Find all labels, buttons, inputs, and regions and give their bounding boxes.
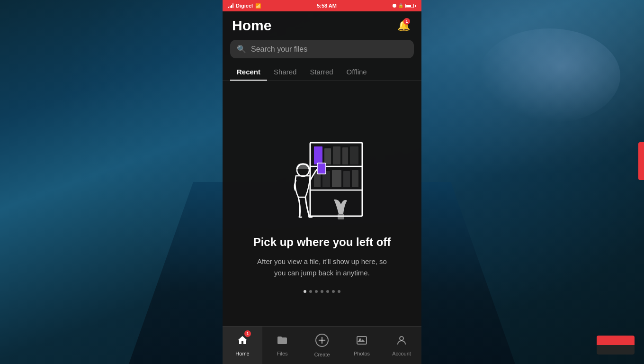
bottom-navigation: 1 Home Files bbox=[223, 326, 421, 364]
photo-icon bbox=[356, 335, 367, 349]
battery-tip bbox=[415, 5, 416, 7]
nav-files[interactable]: Files bbox=[262, 327, 302, 364]
status-bar: Digicel 📶 5:58 AM 🔒 bbox=[223, 0, 421, 11]
pagination-dots bbox=[304, 290, 340, 293]
battery-body bbox=[405, 4, 414, 8]
wifi-icon: 📶 bbox=[255, 3, 261, 9]
account-icon bbox=[396, 335, 407, 349]
search-placeholder: Search your files bbox=[251, 45, 307, 54]
account-nav-label: Account bbox=[392, 351, 411, 356]
tab-offline[interactable]: Offline bbox=[340, 64, 374, 81]
app-header: Home 🔔 1 bbox=[223, 11, 421, 38]
notification-button[interactable]: 🔔 1 bbox=[395, 17, 412, 34]
tab-recent[interactable]: Recent bbox=[230, 64, 267, 81]
svg-rect-15 bbox=[338, 214, 344, 219]
lock-icon: 🔒 bbox=[398, 3, 403, 8]
svg-rect-5 bbox=[333, 146, 340, 164]
status-time: 5:58 AM bbox=[317, 3, 337, 9]
tab-shared[interactable]: Shared bbox=[267, 64, 303, 81]
files-nav-label: Files bbox=[277, 351, 287, 356]
empty-state-title: Pick up where you left off bbox=[253, 235, 391, 249]
svg-rect-4 bbox=[324, 148, 331, 164]
nav-home[interactable]: 1 Home bbox=[223, 327, 262, 364]
create-nav-label: Create bbox=[314, 352, 330, 357]
svg-point-21 bbox=[400, 337, 403, 340]
app-content: Home 🔔 1 🔍 Search your files Recent Shar… bbox=[223, 11, 421, 364]
create-icon bbox=[315, 334, 329, 350]
bottom-right-bottom bbox=[597, 345, 635, 355]
page-title: Home bbox=[232, 18, 271, 34]
svg-rect-14 bbox=[317, 163, 326, 174]
svg-rect-7 bbox=[350, 146, 358, 164]
dot-1 bbox=[304, 290, 306, 293]
dot-5 bbox=[326, 290, 329, 293]
status-right: 🔒 bbox=[393, 3, 416, 8]
search-icon: 🔍 bbox=[237, 45, 246, 54]
bottom-right-element bbox=[597, 336, 635, 355]
bottom-right-top bbox=[597, 336, 635, 345]
tab-bar: Recent Shared Starred Offline bbox=[223, 64, 421, 81]
folder-icon bbox=[277, 335, 288, 349]
nav-photos[interactable]: Photos bbox=[342, 327, 382, 364]
status-left: Digicel 📶 bbox=[228, 3, 261, 9]
svg-rect-11 bbox=[343, 171, 350, 187]
nav-create[interactable]: Create bbox=[302, 327, 342, 364]
right-accent-bar bbox=[638, 142, 644, 180]
notification-badge: 1 bbox=[403, 18, 410, 25]
nav-account[interactable]: Account bbox=[382, 327, 421, 364]
empty-state-description: After you view a file, it'll show up her… bbox=[251, 256, 393, 279]
phone-frame: Digicel 📶 5:58 AM 🔒 Home 🔔 1 bbox=[223, 0, 421, 364]
home-nav-label: Home bbox=[235, 351, 249, 356]
empty-state-illustration bbox=[277, 114, 367, 223]
battery-indicator bbox=[405, 4, 416, 8]
svg-rect-12 bbox=[352, 170, 358, 187]
battery-fill bbox=[406, 5, 411, 7]
svg-rect-3 bbox=[314, 146, 322, 164]
tab-starred[interactable]: Starred bbox=[303, 64, 340, 81]
dot-3 bbox=[315, 290, 318, 293]
signal-bars bbox=[228, 3, 233, 8]
dropbox-ui: Home 🔔 1 🔍 Search your files Recent Shar… bbox=[223, 11, 421, 364]
dot-6 bbox=[332, 290, 335, 293]
home-nav-badge: 1 bbox=[244, 330, 251, 337]
svg-rect-10 bbox=[332, 170, 341, 187]
dot-7 bbox=[338, 290, 340, 293]
main-content-area: Pick up where you left off After you vie… bbox=[223, 81, 421, 326]
photos-nav-label: Photos bbox=[354, 351, 370, 356]
dot-2 bbox=[309, 290, 312, 293]
cloud-decoration bbox=[478, 28, 620, 123]
dot-4 bbox=[321, 290, 323, 293]
carrier-name: Digicel bbox=[236, 3, 253, 9]
search-bar[interactable]: 🔍 Search your files bbox=[230, 40, 414, 58]
svg-rect-6 bbox=[342, 147, 348, 164]
record-dot-icon bbox=[393, 4, 396, 8]
